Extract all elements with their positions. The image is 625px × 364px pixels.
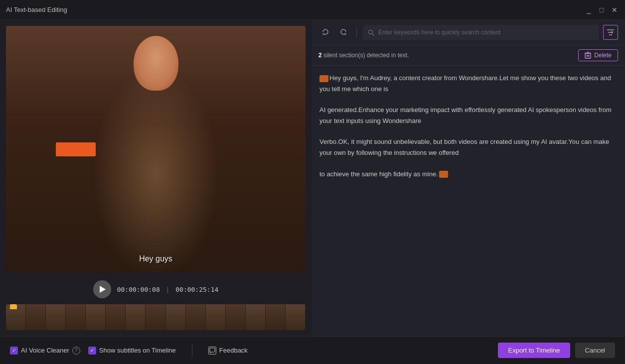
- toolbar-divider: [356, 27, 357, 37]
- current-time: 00:00:00:08: [117, 286, 160, 293]
- svg-line-1: [372, 33, 374, 35]
- video-bg: Hey guys: [6, 26, 306, 272]
- total-time: 00:00:25:14: [175, 286, 218, 293]
- timeline-frame: [266, 304, 286, 330]
- checkbox-check-icon: ✓: [12, 348, 16, 353]
- timeline-frame: [66, 304, 86, 330]
- subtitle-checkbox-check-icon: ✓: [90, 348, 94, 353]
- left-panel: Hey guys 00:00:00:08 | 00:00:25:14: [0, 20, 312, 336]
- help-icon[interactable]: ?: [72, 347, 80, 355]
- close-button[interactable]: ✕: [610, 5, 619, 14]
- feedback-label: Feedback: [219, 347, 248, 354]
- silent-count: 2: [318, 52, 322, 59]
- timeline-frame: [86, 304, 106, 330]
- play-button[interactable]: [93, 280, 111, 298]
- video-preview: Hey guys: [6, 26, 306, 272]
- timeline-frame: [286, 304, 306, 330]
- timeline-frame: [106, 304, 126, 330]
- text-paragraph-1: Hey guys, I'm Audrey, a content creator …: [319, 73, 617, 95]
- bottom-bar: ✓ AI Voice Cleaner ? ✓ Show subtitles on…: [0, 336, 625, 364]
- timeline-frame: [226, 304, 246, 330]
- cancel-button[interactable]: Cancel: [575, 343, 615, 358]
- delete-label: Delete: [594, 52, 612, 59]
- svg-rect-13: [210, 348, 215, 352]
- app-title: AI Text-based Editing: [6, 6, 67, 13]
- orange-highlight-block: [56, 142, 96, 156]
- filter-button[interactable]: [603, 25, 618, 40]
- timeline-frame: [206, 304, 226, 330]
- time-display: 00:00:00:08 | 00:00:25:14: [117, 286, 219, 293]
- bottom-left: ✓ AI Voice Cleaner ? ✓ Show subtitles on…: [10, 345, 498, 357]
- title-bar-left: AI Text-based Editing: [6, 6, 67, 13]
- title-bar-controls: ⎯ □ ✕: [584, 5, 619, 14]
- editor-toolbar: [312, 20, 625, 45]
- timeline-strip[interactable]: [6, 304, 306, 330]
- video-figure: [6, 26, 306, 272]
- text-content: Hey guys, I'm Audrey, a content creator …: [312, 66, 625, 336]
- main-content: Hey guys 00:00:00:08 | 00:00:25:14: [0, 20, 625, 336]
- title-bar: AI Text-based Editing ⎯ □ ✕: [0, 0, 625, 20]
- timeline-frame: [246, 304, 266, 330]
- bottom-divider: [192, 345, 192, 357]
- search-wrapper: [363, 25, 599, 40]
- timeline-frame: [46, 304, 66, 330]
- timeline-frame: [126, 304, 146, 330]
- play-icon: [100, 286, 106, 293]
- search-input[interactable]: [378, 29, 594, 36]
- feedback-icon: [208, 347, 216, 355]
- ai-voice-cleaner-label: AI Voice Cleaner: [21, 347, 69, 354]
- playback-controls: 00:00:00:08 | 00:00:25:14: [6, 276, 306, 300]
- export-button[interactable]: Export to Timeline: [498, 343, 570, 358]
- ai-voice-cleaner-item: ✓ AI Voice Cleaner ?: [10, 347, 80, 355]
- undo-button[interactable]: [318, 25, 332, 39]
- delete-icon: [585, 52, 591, 59]
- text-paragraph-3: Verbo.OK, it might sound unbelievable, b…: [319, 136, 617, 158]
- timeline-frame: [26, 304, 46, 330]
- svg-point-6: [611, 31, 613, 33]
- text-paragraph-2: AI generated.Enhance your marketing impa…: [319, 105, 617, 126]
- show-subtitles-checkbox[interactable]: ✓: [88, 347, 96, 355]
- ai-voice-cleaner-checkbox[interactable]: ✓: [10, 347, 18, 355]
- timeline-frame: [186, 304, 206, 330]
- timeline-marker: [10, 304, 17, 309]
- highlight-end-4: [439, 171, 448, 178]
- status-message: silent section(s) detected in text.: [322, 52, 409, 59]
- right-panel: 2 silent section(s) detected in text. De…: [312, 20, 625, 336]
- text-paragraph-4: to achieve the same high fidelity as min…: [319, 169, 617, 180]
- time-separator: |: [166, 286, 170, 293]
- search-icon: [368, 29, 374, 36]
- minimize-button[interactable]: ⎯: [584, 5, 593, 14]
- highlight-start-1: [319, 75, 328, 82]
- timeline-frames: [6, 304, 306, 330]
- bottom-right: Export to Timeline Cancel: [498, 343, 615, 358]
- video-subtitle: Hey guys: [139, 254, 172, 263]
- status-text: 2 silent section(s) detected in text.: [318, 52, 409, 59]
- redo-button[interactable]: [336, 25, 350, 39]
- status-bar: 2 silent section(s) detected in text. De…: [312, 45, 625, 66]
- timeline-frame: [146, 304, 165, 330]
- feedback-button[interactable]: Feedback: [208, 347, 248, 355]
- delete-button[interactable]: Delete: [578, 49, 618, 61]
- show-subtitles-label: Show subtitles on Timeline: [99, 347, 176, 354]
- timeline-frame: [166, 304, 186, 330]
- maximize-button[interactable]: □: [597, 5, 606, 14]
- show-subtitles-item: ✓ Show subtitles on Timeline: [88, 347, 176, 355]
